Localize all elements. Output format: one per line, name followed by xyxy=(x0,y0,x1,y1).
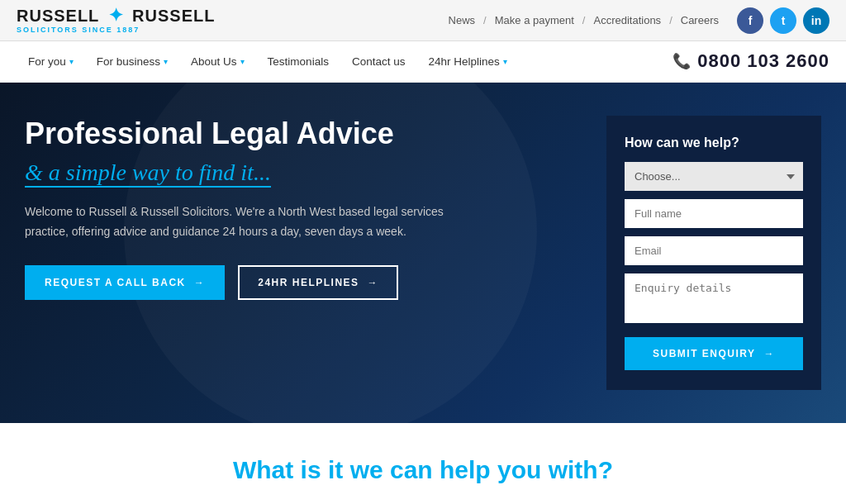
nav-label-about-us: About Us xyxy=(191,55,237,68)
logo[interactable]: RUSSELL ✦ RUSSELL SOLICITORS SINCE 1887 xyxy=(17,7,215,34)
sep1: / xyxy=(483,14,487,26)
nav-item-contact[interactable]: Contact us xyxy=(340,41,417,81)
nav-item-about-us[interactable]: About Us ▾ xyxy=(179,41,256,81)
top-right: News / Make a payment / Accreditations /… xyxy=(444,7,829,34)
full-name-input[interactable] xyxy=(625,199,803,228)
nav-label-testimonials: Testimonials xyxy=(268,55,329,68)
social-icons: f t in xyxy=(737,7,829,34)
logo-text: RUSSELL ✦ RUSSELL SOLICITORS SINCE 1887 xyxy=(17,7,215,34)
bottom-title: What is it we can help you with? xyxy=(25,456,821,484)
arrow-icon: → xyxy=(368,277,379,288)
bottom-section: What is it we can help you with? xyxy=(0,423,846,504)
nav-right: 📞 0800 103 2600 xyxy=(673,50,829,72)
top-bar: RUSSELL ✦ RUSSELL SOLICITORS SINCE 1887 … xyxy=(0,0,846,41)
email-input[interactable] xyxy=(625,236,803,265)
nav-link-accreditations[interactable]: Accreditations xyxy=(588,14,666,26)
hero-body: Welcome to Russell & Russell Solicitors.… xyxy=(25,202,487,242)
twitter-icon[interactable]: t xyxy=(770,7,796,34)
nav-item-helplines[interactable]: 24hr Helplines ▾ xyxy=(416,41,518,81)
sep3: / xyxy=(669,14,673,26)
chevron-down-icon: ▾ xyxy=(240,57,245,66)
top-links: News / Make a payment / Accreditations /… xyxy=(444,14,724,26)
hero-section: Professional Legal Advice & a simple way… xyxy=(0,83,846,423)
nav-link-careers[interactable]: Careers xyxy=(676,14,724,26)
logo-divider: ✦ xyxy=(108,7,124,25)
hero-subtitle: & a simple way to find it... xyxy=(25,159,271,186)
helplines-label: 24HR HELPLINES xyxy=(258,277,359,288)
linkedin-icon[interactable]: in xyxy=(803,7,829,34)
helplines-button[interactable]: 24HR HELPLINES → xyxy=(238,265,398,300)
phone-number[interactable]: 0800 103 2600 xyxy=(697,50,829,72)
form-title: How can we help? xyxy=(625,136,803,150)
enquiry-details-input[interactable] xyxy=(625,273,803,323)
nav-link-news[interactable]: News xyxy=(444,14,481,26)
nav-item-for-you[interactable]: For you ▾ xyxy=(17,41,85,81)
facebook-icon[interactable]: f xyxy=(737,7,763,34)
arrow-icon: → xyxy=(194,277,206,288)
phone-icon: 📞 xyxy=(673,52,691,70)
hero-content: Professional Legal Advice & a simple way… xyxy=(25,116,487,300)
nav-left: For you ▾ For business ▾ About Us ▾ Test… xyxy=(17,41,519,81)
hero-buttons: REQUEST A CALL BACK → 24HR HELPLINES → xyxy=(25,265,487,300)
submit-enquiry-button[interactable]: SUBMIT ENQUIRY → xyxy=(625,337,803,370)
chevron-down-icon: ▾ xyxy=(69,57,74,66)
arrow-icon: → xyxy=(764,348,776,359)
hero-title: Professional Legal Advice xyxy=(25,116,487,151)
sep2: / xyxy=(582,14,586,26)
nav-item-for-business[interactable]: For business ▾ xyxy=(85,41,179,81)
request-callback-button[interactable]: REQUEST A CALL BACK → xyxy=(25,265,225,300)
submit-label: SUBMIT ENQUIRY xyxy=(653,348,756,359)
enquiry-form-panel: How can we help? Choose... Personal Inju… xyxy=(606,116,821,390)
nav-bar: For you ▾ For business ▾ About Us ▾ Test… xyxy=(0,41,846,83)
nav-item-testimonials[interactable]: Testimonials xyxy=(256,41,340,81)
nav-label-helplines: 24hr Helplines xyxy=(428,55,499,68)
nav-label-for-business: For business xyxy=(97,55,160,68)
logo-sub: SOLICITORS SINCE 1887 xyxy=(17,26,215,34)
chevron-down-icon: ▾ xyxy=(164,57,168,66)
request-callback-label: REQUEST A CALL BACK xyxy=(45,277,186,288)
nav-link-payment[interactable]: Make a payment xyxy=(490,14,579,26)
chevron-down-icon: ▾ xyxy=(503,57,507,66)
nav-label-contact: Contact us xyxy=(352,55,406,68)
enquiry-type-select[interactable]: Choose... Personal Injury Family Law Con… xyxy=(625,162,803,191)
nav-label-for-you: For you xyxy=(28,55,66,68)
